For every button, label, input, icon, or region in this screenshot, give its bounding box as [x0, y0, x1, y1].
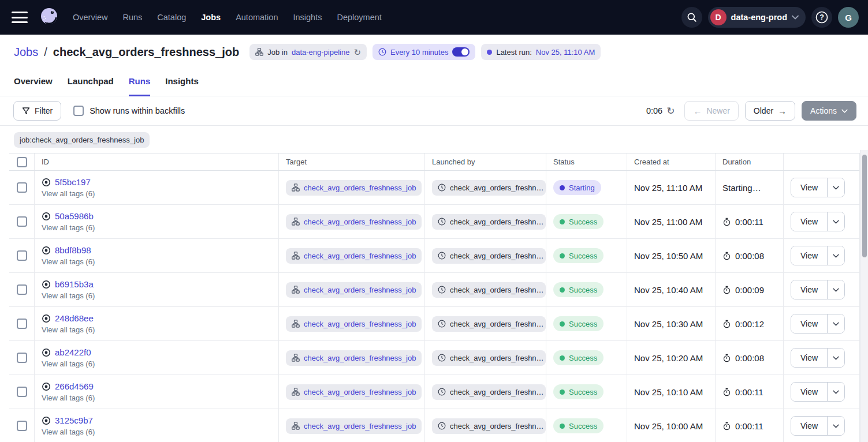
run-id-link[interactable]: 50a5986b	[55, 211, 94, 221]
dagster-logo[interactable]	[37, 5, 61, 29]
view-dropdown-button[interactable]	[827, 349, 844, 367]
created-at: Nov 25, 10:40 AM	[634, 285, 703, 295]
clock-icon	[438, 354, 446, 362]
nav-item-catalog[interactable]: Catalog	[157, 13, 186, 22]
backfills-checkbox[interactable]	[73, 106, 84, 116]
launched-by-pill[interactable]: check_avg_orders_freshn…	[432, 384, 546, 400]
latest-run-link[interactable]: Nov 25, 11:10 AM	[536, 48, 595, 57]
workspace-badge: D	[710, 9, 727, 25]
view-button[interactable]: View	[791, 314, 827, 333]
view-button[interactable]: View	[791, 349, 827, 367]
row-checkbox[interactable]	[17, 319, 27, 329]
search-button[interactable]	[681, 7, 702, 28]
target-pill[interactable]: check_avg_orders_freshness_job	[286, 180, 422, 196]
run-id-link[interactable]: ab2422f0	[55, 347, 91, 357]
row-checkbox[interactable]	[17, 353, 27, 363]
target-pill[interactable]: check_avg_orders_freshness_job	[286, 214, 422, 230]
view-button[interactable]: View	[791, 212, 827, 231]
view-all-tags-link[interactable]: View all tags (6)	[42, 394, 95, 402]
nav-item-deployment[interactable]: Deployment	[337, 13, 381, 22]
view-all-tags-link[interactable]: View all tags (6)	[42, 257, 95, 266]
nav-item-insights[interactable]: Insights	[293, 13, 322, 22]
run-id-link[interactable]: 248d68ee	[55, 313, 94, 323]
nav-item-jobs[interactable]: Jobs	[201, 13, 221, 22]
launched-by-pill[interactable]: check_avg_orders_freshn…	[432, 214, 546, 230]
target-pill[interactable]: check_avg_orders_freshness_job	[286, 282, 422, 298]
menu-icon[interactable]	[12, 12, 28, 23]
active-filters: job:check_avg_orders_freshness_job	[0, 126, 868, 153]
nav-item-automation[interactable]: Automation	[236, 13, 278, 22]
launched-by-pill[interactable]: check_avg_orders_freshn…	[432, 350, 546, 366]
target-pill[interactable]: check_avg_orders_freshness_job	[286, 350, 422, 366]
target-pill[interactable]: check_avg_orders_freshness_job	[286, 384, 422, 400]
row-checkbox[interactable]	[17, 216, 27, 227]
launched-by-pill[interactable]: check_avg_orders_freshn…	[432, 180, 546, 196]
launched-by-pill[interactable]: check_avg_orders_freshn…	[432, 248, 546, 264]
header-target: Target	[278, 153, 424, 170]
row-checkbox[interactable]	[17, 421, 27, 431]
view-all-tags-link[interactable]: View all tags (6)	[42, 189, 95, 198]
target-pill-label: check_avg_orders_freshness_job	[304, 286, 416, 294]
tab-launchpad[interactable]: Launchpad	[68, 76, 114, 96]
status-badge: Success	[553, 214, 603, 229]
launched-by-pill[interactable]: check_avg_orders_freshn…	[432, 418, 546, 434]
chevron-down-icon	[833, 356, 839, 360]
view-dropdown-button[interactable]	[827, 280, 844, 299]
tab-overview[interactable]: Overview	[14, 76, 53, 96]
row-checkbox[interactable]	[17, 387, 27, 397]
view-button[interactable]: View	[791, 280, 827, 299]
nav-item-runs[interactable]: Runs	[122, 13, 142, 22]
left-arrow-icon: ←	[693, 106, 702, 116]
view-button[interactable]: View	[791, 417, 827, 435]
view-dropdown-button[interactable]	[827, 383, 844, 401]
run-id-link[interactable]: 266d4569	[55, 381, 94, 391]
duration-label: 0:00:11	[735, 387, 763, 397]
view-all-tags-link[interactable]: View all tags (6)	[42, 359, 95, 368]
view-all-tags-link[interactable]: View all tags (6)	[42, 325, 95, 334]
workspace-switcher[interactable]: D data-eng-prod	[708, 7, 806, 28]
code-location-link[interactable]: data-eng-pipeline	[292, 48, 349, 57]
view-all-tags-link[interactable]: View all tags (6)	[42, 291, 95, 300]
header-status: Status	[546, 153, 627, 170]
row-checkbox[interactable]	[17, 250, 27, 261]
tab-insights[interactable]: Insights	[165, 76, 199, 96]
scrollbar-thumb[interactable]	[862, 155, 867, 257]
user-avatar[interactable]: G	[838, 7, 859, 28]
launched-by-pill[interactable]: check_avg_orders_freshn…	[432, 316, 546, 332]
view-button[interactable]: View	[791, 383, 827, 401]
view-all-tags-link[interactable]: View all tags (6)	[42, 428, 95, 436]
actions-button[interactable]: Actions	[802, 101, 856, 121]
schedule-badge[interactable]: Every 10 minutes	[372, 44, 475, 60]
view-dropdown-button[interactable]	[827, 246, 844, 265]
launched-by-pill[interactable]: check_avg_orders_freshn…	[432, 282, 546, 298]
view-button[interactable]: View	[791, 178, 827, 197]
job-filter-tag[interactable]: job:check_avg_orders_freshness_job	[14, 132, 150, 148]
breadcrumb-jobs-link[interactable]: Jobs	[14, 46, 38, 59]
target-pill[interactable]: check_avg_orders_freshness_job	[286, 248, 422, 264]
view-all-tags-link[interactable]: View all tags (6)	[42, 223, 95, 232]
newer-button[interactable]: ← Newer	[684, 101, 738, 121]
row-checkbox[interactable]	[17, 284, 27, 295]
launched-by-label: check_avg_orders_freshn…	[450, 320, 544, 328]
view-dropdown-button[interactable]	[827, 417, 844, 435]
run-id-link[interactable]: 8bdf8b98	[55, 245, 91, 255]
sync-icon[interactable]: ↻	[353, 48, 361, 57]
select-all-checkbox[interactable]	[17, 157, 27, 167]
view-dropdown-button[interactable]	[827, 212, 844, 231]
view-button[interactable]: View	[791, 246, 827, 265]
view-dropdown-button[interactable]	[827, 178, 844, 197]
target-pill[interactable]: check_avg_orders_freshness_job	[286, 316, 422, 332]
nav-item-overview[interactable]: Overview	[73, 13, 107, 22]
view-dropdown-button[interactable]	[827, 314, 844, 333]
run-id-link[interactable]: b6915b3a	[55, 279, 94, 289]
tab-runs[interactable]: Runs	[129, 76, 151, 96]
target-pill[interactable]: check_avg_orders_freshness_job	[286, 418, 422, 434]
older-button[interactable]: Older →	[745, 101, 795, 121]
filter-button[interactable]: Filter	[13, 101, 61, 121]
schedule-toggle-on[interactable]	[452, 47, 470, 57]
refresh-icon[interactable]: ↻	[666, 106, 675, 116]
run-id-link[interactable]: 3125c9b7	[55, 415, 93, 425]
row-checkbox[interactable]	[17, 182, 27, 193]
help-button[interactable]: ?	[811, 7, 832, 28]
run-id-link[interactable]: 5f5bc197	[55, 177, 91, 187]
